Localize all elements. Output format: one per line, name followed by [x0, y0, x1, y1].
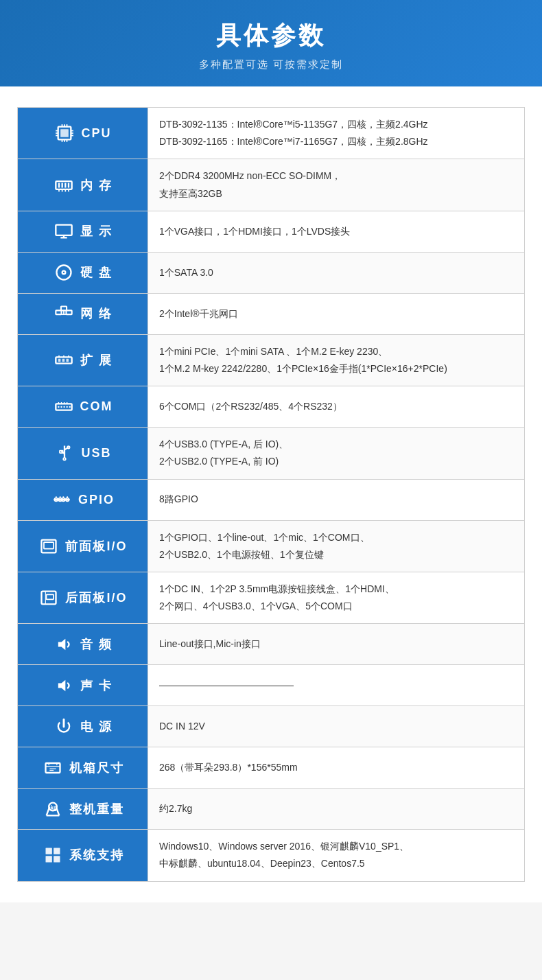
svg-point-48 [69, 406, 70, 407]
spec-value-usb: 4个USB3.0 (TYPE-A, 后 IO)、2个USB2.0 (TYPE-A… [148, 428, 524, 478]
svg-rect-37 [58, 359, 61, 362]
svg-rect-29 [56, 311, 61, 315]
svg-rect-15 [58, 183, 60, 187]
spec-label-cpu: CPU [18, 108, 148, 159]
display-icon [53, 222, 75, 241]
spec-label-text-com: COM [80, 399, 113, 414]
svg-point-56 [68, 446, 71, 449]
spec-row-cpu: CPU DTB-3092-1135：Intel®Core™i5-1135G7，四… [18, 108, 524, 159]
usb-icon [54, 443, 75, 463]
svg-marker-73 [58, 639, 66, 650]
spec-value-display: 1个VGA接口，1个HDMI接口，1个LVDS接头 [148, 211, 524, 252]
svg-rect-72 [47, 594, 54, 599]
svg-rect-31 [61, 307, 67, 311]
spec-label-chassis-size: 机箱尺寸 [18, 747, 148, 788]
header-section: 具体参数 多种配置可选 可按需求定制 [0, 0, 542, 86]
svg-point-58 [64, 458, 67, 460]
svg-rect-87 [45, 856, 51, 863]
spec-row-network: 网 络 2个Intel®千兆网口 [18, 294, 524, 335]
spec-label-rear-io: 后面板I/O [18, 572, 148, 623]
svg-rect-17 [64, 183, 66, 187]
spec-row-power: 电 源 DC IN 12V [18, 706, 524, 747]
svg-point-79 [56, 764, 57, 765]
weight-icon: kg [42, 800, 64, 819]
svg-point-46 [63, 406, 64, 407]
spec-value-network: 2个Intel®千兆网口 [148, 294, 524, 334]
spec-value-expansion: 1个mini PCIe、1个mini SATA 、1个M.2 E-key 223… [148, 335, 524, 386]
spec-label-weight: kg 整机重量 [18, 789, 148, 829]
spec-value-os: Windows10、Windows server 2016、银河麒麟V10_SP… [148, 830, 524, 880]
svg-rect-88 [54, 856, 60, 863]
spec-table: CPU DTB-3092-1135：Intel®Core™i5-1135G7，四… [17, 107, 525, 882]
spec-row-expansion: 扩 展 1个mini PCIe、1个mini SATA 、1个M.2 E-key… [18, 335, 524, 386]
spec-row-disk: 硬 盘 1个SATA 3.0 [18, 253, 524, 294]
spec-label-text-usb: USB [81, 446, 111, 460]
spec-value-com: 6个COM口（2个RS232/485、4个RS232） [148, 386, 524, 427]
svg-rect-1 [61, 129, 69, 137]
chassis-size-icon [42, 758, 64, 778]
svg-rect-23 [56, 225, 71, 235]
spec-label-expansion: 扩 展 [18, 335, 148, 386]
spec-label-power: 电 源 [18, 706, 148, 747]
spec-row-os: 系统支持 Windows10、Windows server 2016、银河麒麟V… [18, 830, 524, 880]
svg-point-44 [58, 406, 59, 407]
spec-row-gpio: GPIO 8路GPIO [18, 480, 524, 521]
network-icon [53, 304, 75, 323]
spec-label-text-network: 网 络 [80, 305, 113, 322]
spec-row-front-io: 前面板I/O 1个GPIO口、1个line-out、1个mic、1个COM口、2… [18, 521, 524, 572]
spec-label-text-front-io: 前面板I/O [65, 538, 127, 555]
spec-label-text-audio: 音 频 [80, 636, 113, 653]
svg-rect-76 [45, 763, 60, 773]
spec-label-text-weight: 整机重量 [69, 801, 124, 817]
spec-value-cpu: DTB-3092-1135：Intel®Core™i5-1135G7，四核，主频… [148, 108, 524, 159]
power-icon [53, 717, 75, 736]
spec-row-display: 显 示 1个VGA接口，1个HDMI接口，1个LVDS接头 [18, 211, 524, 253]
spec-label-text-memory: 内 存 [80, 177, 113, 194]
spec-label-display: 显 示 [18, 211, 148, 252]
svg-point-78 [48, 764, 49, 765]
spec-value-front-io: 1个GPIO口、1个line-out、1个mic、1个COM口、2个USB2.0… [148, 521, 524, 572]
spec-label-usb: USB [18, 428, 148, 478]
spec-value-weight: 约2.7kg [148, 789, 524, 829]
spec-label-text-cpu: CPU [81, 126, 111, 141]
spec-label-text-display: 显 示 [80, 223, 113, 240]
svg-rect-39 [66, 359, 69, 362]
svg-rect-16 [61, 183, 62, 187]
spec-label-audio: 音 频 [18, 624, 148, 664]
spec-label-text-sound-card: 声 卡 [80, 677, 113, 694]
svg-rect-85 [45, 848, 51, 854]
spec-label-text-disk: 硬 盘 [80, 264, 113, 281]
rear-io-icon [38, 588, 60, 607]
sound-card-icon [53, 676, 75, 695]
spec-value-audio: Line-out接口,Mic-in接口 [148, 624, 524, 664]
spec-value-disk: 1个SATA 3.0 [148, 253, 524, 293]
svg-rect-86 [54, 848, 60, 854]
svg-point-45 [60, 406, 62, 407]
spec-label-text-expansion: 扩 展 [80, 352, 113, 369]
spec-row-memory: 内 存 2个DDR4 3200MHz non-ECC SO-DIMM，支持至高3… [18, 159, 524, 211]
spec-row-audio: 音 频 Line-out接口,Mic-in接口 [18, 624, 524, 665]
spec-value-chassis-size: 268（带耳朵293.8）*156*55mm [148, 747, 524, 788]
spec-label-sound-card: 声 卡 [18, 665, 148, 705]
spec-row-sound-card: 声 卡 —————————————— [18, 665, 524, 706]
spec-label-memory: 内 存 [18, 159, 148, 210]
os-icon [42, 845, 64, 865]
spec-value-memory: 2个DDR4 3200MHz non-ECC SO-DIMM，支持至高32GB [148, 159, 524, 210]
page-wrapper: 具体参数 多种配置可选 可按需求定制 CPU DTB-3092-1135：Int… [0, 0, 542, 902]
spec-value-power: DC IN 12V [148, 706, 524, 747]
spec-label-gpio: GPIO [18, 480, 148, 520]
spec-value-sound-card: —————————————— [148, 665, 524, 705]
spec-value-gpio: 8路GPIO [148, 480, 524, 520]
page-subtitle: 多种配置可选 可按需求定制 [14, 58, 528, 71]
spec-row-com: COM 6个COM口（2个RS232/485、4个RS232） [18, 386, 524, 428]
svg-rect-69 [44, 542, 54, 548]
svg-point-28 [63, 272, 64, 273]
memory-icon [53, 176, 75, 195]
expansion-icon [53, 351, 75, 370]
svg-rect-18 [68, 183, 69, 187]
spec-row-usb: USB 4个USB3.0 (TYPE-A, 后 IO)、2个USB2.0 (TY… [18, 428, 524, 479]
front-io-icon [38, 537, 60, 556]
spec-label-text-power: 电 源 [80, 719, 113, 735]
svg-rect-38 [62, 359, 65, 362]
spec-label-text-gpio: GPIO [78, 493, 115, 507]
